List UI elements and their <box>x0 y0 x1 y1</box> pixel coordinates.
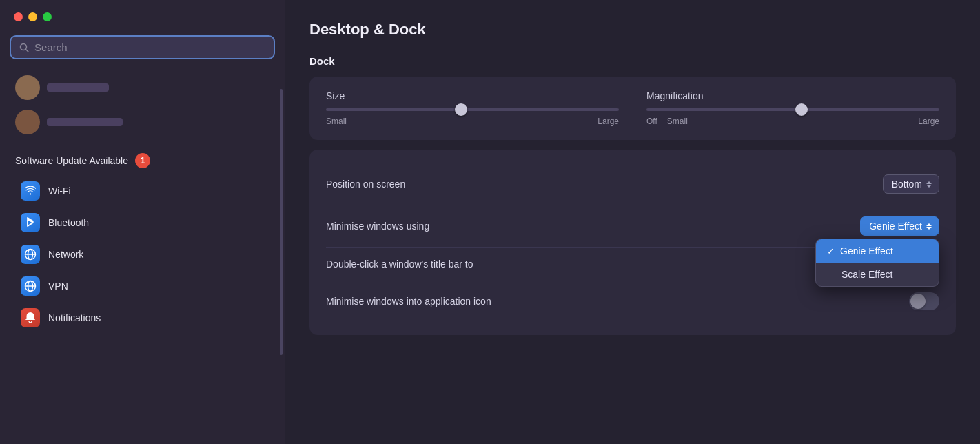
sidebar-item-wifi-label: Wi-Fi <box>48 185 71 196</box>
mag-small-label: Small <box>667 117 688 126</box>
software-update-label: Software Update Available <box>15 155 128 166</box>
position-value: Bottom <box>892 179 922 190</box>
mag-label: Magnification <box>646 90 939 101</box>
user-items-section <box>0 69 285 143</box>
avatar-2 <box>15 110 40 134</box>
vpn-icon <box>21 276 40 296</box>
sidebar-item-vpn-label: VPN <box>48 281 68 292</box>
size-slider-track[interactable] <box>326 108 619 111</box>
page-title: Desktop & Dock <box>309 21 956 39</box>
sidebar-item-network-label: Network <box>48 249 83 260</box>
user-name-2 <box>47 118 123 126</box>
sidebar-item-notifications-label: Notifications <box>48 312 101 323</box>
avatar-1 <box>15 75 40 100</box>
size-small-label: Small <box>326 117 347 126</box>
dropdown-arrows-icon <box>926 181 932 188</box>
sidebar-item-wifi[interactable]: Wi-Fi <box>6 175 279 207</box>
mag-slider-track[interactable] <box>646 108 939 111</box>
minimise-dropdown-arrows-icon <box>926 223 932 230</box>
minimise-icon-toggle[interactable] <box>909 292 939 310</box>
notifications-icon <box>21 308 40 327</box>
position-label: Position on screen <box>326 179 405 190</box>
double-click-label: Double-click a window's title bar to <box>326 259 473 270</box>
minimise-dropdown-wrap: Genie Effect ✓ Genie Effect Scale Effect <box>860 216 939 236</box>
user-row-2[interactable] <box>10 106 275 138</box>
sidebar-item-bluetooth[interactable]: Bluetooth <box>6 207 279 239</box>
user-name-1 <box>47 83 109 92</box>
mag-slider-thumb[interactable] <box>795 103 808 116</box>
traffic-lights <box>0 0 285 31</box>
network-icon <box>21 245 40 264</box>
scale-effect-label: Scale Effect <box>841 269 892 280</box>
size-label: Size <box>326 90 619 101</box>
maximize-button[interactable] <box>43 12 52 21</box>
minimise-label: Minimise windows using <box>326 221 429 232</box>
genie-effect-label: Genie Effect <box>840 245 893 256</box>
sidebar-item-network[interactable]: Network <box>6 239 279 270</box>
update-badge: 1 <box>135 153 150 168</box>
check-icon: ✓ <box>827 246 835 256</box>
search-container <box>10 35 275 59</box>
minimise-row: Minimise windows using Genie Effect ✓ Ge… <box>326 205 939 248</box>
size-slider-thumb[interactable] <box>455 103 467 116</box>
svg-line-1 <box>26 49 29 52</box>
wifi-icon <box>21 181 40 201</box>
sidebar-item-bluetooth-label: Bluetooth <box>48 217 89 228</box>
minimize-button[interactable] <box>28 12 37 21</box>
mag-slider-group: Magnification Off Small Large <box>646 90 939 126</box>
sidebar-item-vpn[interactable]: VPN <box>6 270 279 302</box>
size-large-label: Large <box>598 117 619 126</box>
position-card: Position on screen Bottom Minimise windo… <box>309 150 956 335</box>
size-slider-group: Size Small Large <box>326 90 619 126</box>
sidebar-scrollbar <box>280 89 283 355</box>
user-row-1[interactable] <box>10 72 275 103</box>
main-content: Desktop & Dock Dock Size Small Large Mag… <box>285 0 980 444</box>
minimise-value: Genie Effect <box>869 221 922 232</box>
sidebar-item-notifications[interactable]: Notifications <box>6 302 279 334</box>
minimise-icon-label: Minimise windows into application icon <box>326 296 491 307</box>
size-range-labels: Small Large <box>326 117 619 126</box>
position-row: Position on screen Bottom <box>326 163 939 205</box>
minimise-dropdown[interactable]: Genie Effect <box>860 216 939 236</box>
dock-section-label: Dock <box>309 55 956 67</box>
search-input[interactable] <box>34 41 265 53</box>
position-dropdown[interactable]: Bottom <box>883 174 939 194</box>
search-icon <box>19 43 29 52</box>
bluetooth-icon <box>21 213 40 232</box>
sliders-row: Size Small Large Magnification Off <box>326 90 939 126</box>
mag-large-label: Large <box>918 117 939 126</box>
minimise-popup-menu: ✓ Genie Effect Scale Effect <box>815 239 939 287</box>
sliders-card: Size Small Large Magnification Off <box>309 77 956 140</box>
toggle-knob <box>910 294 926 309</box>
minimise-icon-row: Minimise windows into application icon <box>326 281 939 321</box>
mag-range-labels: Off Small Large <box>646 117 939 126</box>
mag-off-label: Off <box>646 117 657 126</box>
software-update-row[interactable]: Software Update Available 1 <box>0 146 285 175</box>
sidebar: Software Update Available 1 Wi-Fi Blueto… <box>0 0 285 444</box>
popup-item-genie[interactable]: ✓ Genie Effect <box>816 239 939 263</box>
close-button[interactable] <box>14 12 23 21</box>
popup-item-scale[interactable]: Scale Effect <box>816 263 939 286</box>
